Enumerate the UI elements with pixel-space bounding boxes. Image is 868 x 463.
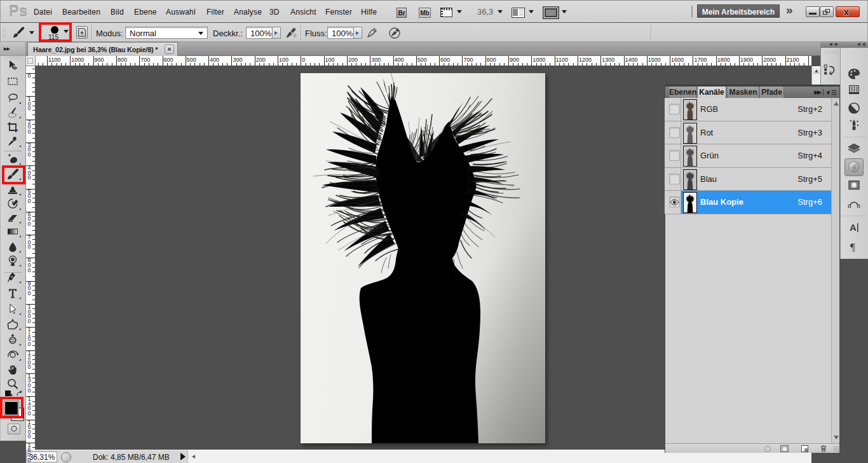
svg-text:A: A: [850, 222, 857, 233]
svg-text:¶: ¶: [850, 241, 855, 253]
